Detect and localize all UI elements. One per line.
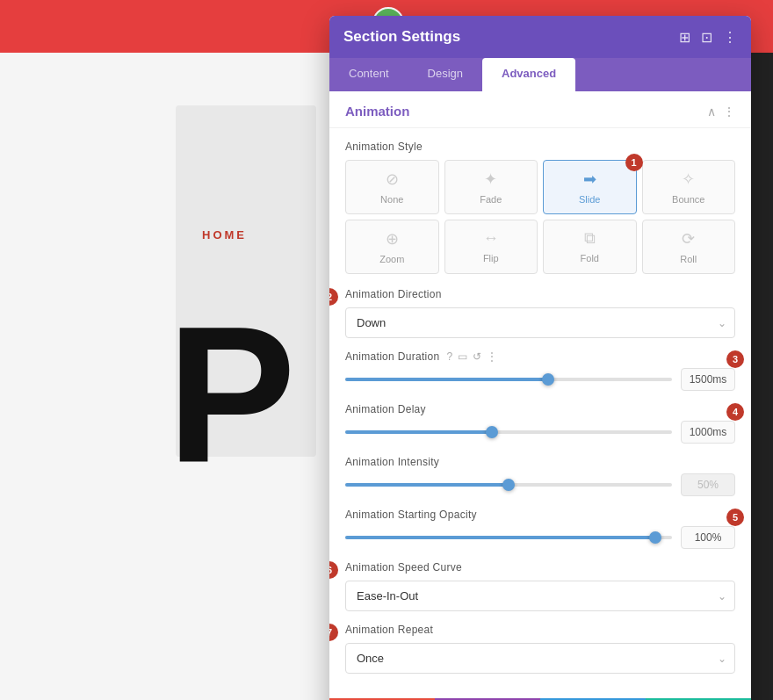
duration-slider-fill xyxy=(345,378,548,381)
delay-slider-container: 1000ms xyxy=(345,421,735,444)
section-header-controls: ∧ ⋮ xyxy=(707,105,735,119)
animation-direction-label: Animation Direction xyxy=(345,288,735,300)
opacity-value: 100% xyxy=(681,526,735,549)
intensity-slider-fill xyxy=(345,483,509,487)
repeat-select[interactable]: Once Loop None xyxy=(345,643,735,674)
roll-icon: ⟳ xyxy=(682,229,695,249)
style-slide[interactable]: 1 ➡ Slide xyxy=(543,160,637,214)
badge-6: 6 xyxy=(329,561,338,579)
style-zoom[interactable]: ⊕ Zoom xyxy=(345,220,439,274)
style-fold[interactable]: ⧉ Fold xyxy=(543,220,637,274)
badge-7: 7 xyxy=(329,624,338,641)
style-roll-label: Roll xyxy=(680,254,697,264)
delay-slider-track[interactable] xyxy=(345,430,672,434)
delay-slider-fill xyxy=(345,430,492,434)
tab-advanced[interactable]: Advanced xyxy=(482,58,575,91)
style-fade-label: Fade xyxy=(480,194,502,205)
none-icon: ⊘ xyxy=(386,170,399,189)
badge-3: 3 xyxy=(726,350,744,368)
animation-duration-header: Animation Duration ? ▭ ↺ ⋮ xyxy=(345,350,735,363)
style-bounce-label: Bounce xyxy=(672,194,704,205)
panel-body: Animation ∧ ⋮ Animation Style ⊘ None ✦ F… xyxy=(329,91,751,698)
zoom-icon: ⊕ xyxy=(386,229,399,249)
animation-direction-select[interactable]: Down Up Left Right xyxy=(345,307,735,338)
duration-icons: ? ▭ ↺ ⋮ xyxy=(446,350,497,363)
p-letter: P xyxy=(167,299,296,492)
animation-opacity-header: Animation Starting Opacity xyxy=(345,509,735,521)
animation-speed-curve-row: Animation Speed Curve 6 Ease-In-Out Line… xyxy=(345,561,735,611)
opacity-slider-thumb[interactable] xyxy=(649,531,661,544)
home-text: HOME xyxy=(202,228,247,242)
animation-delay-label: Animation Delay xyxy=(345,403,426,415)
animation-duration-row: 3 Animation Duration ? ▭ ↺ ⋮ 1500ms xyxy=(345,350,735,391)
style-roll[interactable]: ⟳ Roll xyxy=(642,220,736,274)
badge-1: 1 xyxy=(625,154,643,171)
animation-section-header: Animation ∧ ⋮ xyxy=(329,91,751,128)
animation-speed-curve-label: Animation Speed Curve xyxy=(345,561,735,574)
duration-device-icon[interactable]: ▭ xyxy=(458,350,467,363)
duration-slider-container: 1500ms xyxy=(345,368,735,391)
animation-opacity-row: 5 Animation Starting Opacity 100% xyxy=(345,509,735,549)
bounce-icon: ✧ xyxy=(682,170,695,189)
style-none-label: None xyxy=(380,194,403,205)
duration-slider-thumb[interactable] xyxy=(542,373,554,386)
animation-repeat-row: Animation Repeat 7 Once Loop None ⌄ xyxy=(345,624,735,674)
animation-duration-label: Animation Duration xyxy=(345,350,439,363)
style-fold-label: Fold xyxy=(581,253,599,263)
opacity-slider-track[interactable] xyxy=(345,536,672,539)
animation-delay-header: Animation Delay xyxy=(345,403,735,415)
animation-style-label: Animation Style xyxy=(345,141,735,153)
speed-curve-dropdown-row: Ease-In-Out Linear Ease-In Ease-Out ⌄ xyxy=(345,581,735,611)
animation-direction-dropdown-row: Down Up Left Right ⌄ xyxy=(345,307,735,338)
panel-header-icons: ⊞ ⊡ ⋮ xyxy=(679,29,737,46)
section-settings-panel: Section Settings ⊞ ⊡ ⋮ Content Design Ad… xyxy=(329,16,751,700)
duration-more-icon[interactable]: ⋮ xyxy=(487,350,497,363)
badge-5: 5 xyxy=(726,509,744,526)
panel-icon-grid[interactable]: ⊞ xyxy=(679,29,690,46)
content-area: Animation Style ⊘ None ✦ Fade 1 ➡ Slide … xyxy=(329,128,751,698)
panel-icon-layout[interactable]: ⊡ xyxy=(701,29,712,46)
animation-intensity-label: Animation Intensity xyxy=(345,456,439,468)
intensity-slider-track[interactable] xyxy=(345,483,672,487)
style-flip[interactable]: ↔ Flip xyxy=(444,220,538,274)
slide-icon: ➡ xyxy=(583,170,596,189)
opacity-slider-fill xyxy=(345,536,655,539)
delay-slider-thumb[interactable] xyxy=(486,426,498,438)
tab-content[interactable]: Content xyxy=(329,58,408,91)
tab-design[interactable]: Design xyxy=(408,58,482,91)
flip-icon: ↔ xyxy=(483,229,499,248)
opacity-slider-container: 100% xyxy=(345,526,735,549)
badge-2: 2 xyxy=(329,288,338,306)
intensity-slider-thumb[interactable] xyxy=(502,479,515,491)
delay-value: 1000ms xyxy=(681,421,735,444)
style-zoom-label: Zoom xyxy=(379,254,404,264)
style-bounce[interactable]: ✧ Bounce xyxy=(642,160,736,214)
fade-icon: ✦ xyxy=(484,170,497,189)
animation-intensity-header: Animation Intensity xyxy=(345,456,735,468)
repeat-dropdown-row: Once Loop None ⌄ xyxy=(345,643,735,674)
animation-section-title: Animation xyxy=(345,104,409,119)
duration-help-icon[interactable]: ? xyxy=(446,350,452,363)
collapse-icon[interactable]: ∧ xyxy=(707,105,716,119)
animation-direction-row: Animation Direction 2 Down Up Left Right… xyxy=(345,288,735,338)
duration-reset-icon[interactable]: ↺ xyxy=(473,350,481,363)
panel-icon-more[interactable]: ⋮ xyxy=(723,29,737,46)
duration-value: 1500ms xyxy=(681,368,735,391)
intensity-slider-container: 50% xyxy=(345,473,735,496)
duration-slider-track[interactable] xyxy=(345,378,672,381)
style-none[interactable]: ⊘ None xyxy=(345,160,439,214)
fold-icon: ⧉ xyxy=(584,229,596,248)
panel-title: Section Settings xyxy=(343,28,460,46)
animation-style-grid: ⊘ None ✦ Fade 1 ➡ Slide ✧ Bounce xyxy=(345,160,735,274)
tabs-bar: Content Design Advanced xyxy=(329,58,751,91)
speed-curve-select[interactable]: Ease-In-Out Linear Ease-In Ease-Out xyxy=(345,581,735,611)
animation-repeat-label: Animation Repeat xyxy=(345,624,735,636)
badge-4: 4 xyxy=(726,403,744,421)
animation-intensity-row: Animation Intensity 50% xyxy=(345,456,735,496)
section-more-icon[interactable]: ⋮ xyxy=(723,105,735,119)
style-fade[interactable]: ✦ Fade xyxy=(444,160,538,214)
style-flip-label: Flip xyxy=(483,253,499,263)
style-slide-label: Slide xyxy=(579,194,600,205)
animation-delay-row: 4 Animation Delay 1000ms xyxy=(345,403,735,444)
panel-header: Section Settings ⊞ ⊡ ⋮ xyxy=(329,16,751,58)
